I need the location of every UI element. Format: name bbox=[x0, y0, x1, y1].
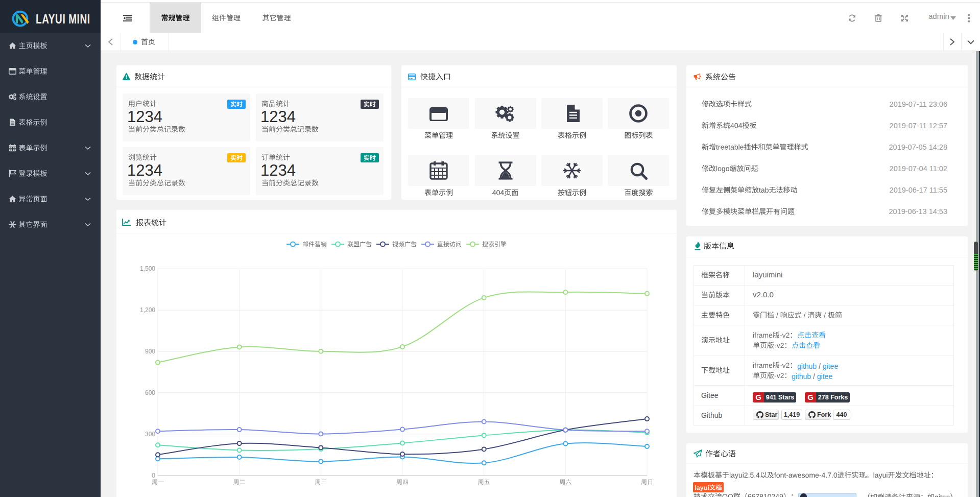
svg-text:0: 0 bbox=[152, 472, 155, 479]
svg-text:1,500: 1,500 bbox=[140, 265, 155, 272]
svg-text:300: 300 bbox=[145, 431, 155, 438]
svg-text:1,200: 1,200 bbox=[140, 306, 155, 314]
svg-text:600: 600 bbox=[145, 389, 155, 396]
svg-text:900: 900 bbox=[145, 348, 155, 355]
